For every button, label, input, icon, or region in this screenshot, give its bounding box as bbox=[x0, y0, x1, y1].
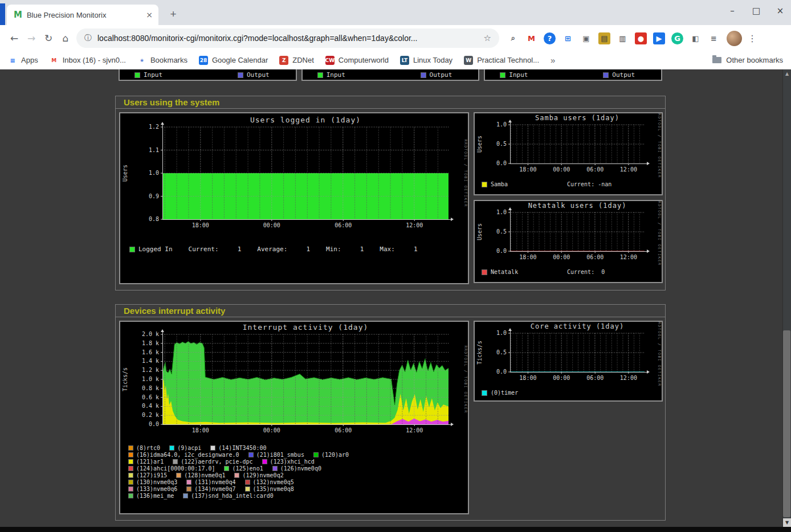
bookmark-item[interactable]: M Inbox (16) - sjvn0... bbox=[50, 56, 126, 65]
bookmark-item[interactable]: LT Linux Today bbox=[400, 56, 452, 65]
input-swatch bbox=[134, 72, 140, 78]
folder-icon bbox=[712, 57, 721, 63]
extension-icon[interactable]: ▶ bbox=[653, 32, 665, 44]
bookmarks-overflow-chevron[interactable]: » bbox=[551, 55, 555, 65]
back-icon[interactable]: ← bbox=[6, 30, 23, 47]
bookmarks-bar: ▦ Apps M Inbox (16) - sjvn0... ★ Bookmar… bbox=[0, 51, 791, 69]
bookmark-favicon: 28 bbox=[199, 56, 208, 65]
bookmark-item[interactable]: CW Computerworld bbox=[325, 56, 389, 65]
bookmark-favicon: M bbox=[50, 56, 59, 65]
bookmark-star-icon[interactable]: ☆ bbox=[484, 33, 491, 43]
page-scrollbar[interactable]: ▲ ▼ bbox=[782, 69, 791, 527]
svg-text:1.0: 1.0 bbox=[496, 209, 507, 215]
svg-text:RRDTOOL / TOBI OETIKER: RRDTOOL / TOBI OETIKER bbox=[463, 139, 468, 207]
svg-text:0.0: 0.0 bbox=[496, 160, 507, 166]
maximize-button[interactable]: □ bbox=[752, 6, 760, 16]
extension-icon[interactable]: ▥ bbox=[617, 32, 629, 44]
extension-icon[interactable]: ▣ bbox=[580, 32, 592, 44]
core-activity-graph[interactable]: 0.00.51.018:0000:0006:0012:00Core activi… bbox=[475, 322, 662, 400]
svg-text:Ticks/s: Ticks/s bbox=[122, 367, 128, 391]
input-swatch bbox=[500, 72, 505, 78]
extension-icon[interactable]: ◧ bbox=[690, 32, 702, 44]
svg-text:00:00: 00:00 bbox=[263, 427, 280, 433]
extension-icon[interactable]: ▤ bbox=[598, 32, 610, 44]
bookmark-item[interactable]: ★ Bookmarks bbox=[137, 56, 187, 65]
svg-text:1.0: 1.0 bbox=[149, 170, 159, 176]
bookmark-items: ▦ Apps M Inbox (16) - sjvn0... ★ Bookmar… bbox=[8, 56, 539, 65]
svg-text:1.1: 1.1 bbox=[149, 147, 159, 153]
svg-text:0.5: 0.5 bbox=[496, 228, 507, 235]
svg-text:2.0 k: 2.0 k bbox=[142, 331, 159, 337]
svg-text:18:00: 18:00 bbox=[192, 427, 209, 433]
profile-avatar[interactable] bbox=[727, 31, 742, 46]
bookmark-label: Apps bbox=[21, 56, 38, 64]
samba-users-graph[interactable]: 0.00.51.018:0000:0006:0012:00Samba users… bbox=[475, 113, 662, 194]
cutoff-graph-panel[interactable]: Input Output bbox=[484, 69, 662, 81]
interrupt-activity-graph[interactable]: 0.00.2 k0.4 k0.6 k0.8 k1.0 k1.2 k1.4 k1.… bbox=[120, 322, 468, 513]
reload-icon[interactable]: ↻ bbox=[40, 30, 57, 47]
netatalk-users-graph[interactable]: 0.00.51.018:0000:0006:0012:00Netatalk us… bbox=[475, 201, 662, 282]
bookmark-item[interactable]: 28 Google Calendar bbox=[199, 56, 268, 65]
scroll-down-arrow[interactable]: ▼ bbox=[783, 518, 791, 527]
input-label: Input bbox=[327, 71, 345, 79]
svg-text:1.4 k: 1.4 k bbox=[142, 358, 159, 364]
close-button[interactable]: × bbox=[776, 6, 784, 16]
extension-icon[interactable]: ⌕ bbox=[507, 32, 519, 44]
bookmark-favicon: ★ bbox=[137, 56, 146, 65]
browser-toolbar: ← → ↻ ⌂ ⓘ localhost:8080/monitorix-cgi/m… bbox=[0, 25, 791, 51]
bookmark-favicon: LT bbox=[400, 56, 409, 65]
tab-strip: M Blue Precision Monitorix × + – □ × bbox=[0, 0, 791, 25]
home-icon[interactable]: ⌂ bbox=[57, 30, 74, 47]
extension-icon[interactable]: ● bbox=[635, 32, 647, 44]
svg-text:06:00: 06:00 bbox=[586, 166, 604, 173]
bookmark-item[interactable]: ▦ Apps bbox=[8, 56, 38, 65]
svg-text:18:00: 18:00 bbox=[519, 166, 536, 173]
svg-text:0.8: 0.8 bbox=[149, 216, 159, 222]
input-swatch bbox=[317, 72, 323, 78]
section-users: Users using the system 0.80.91.01.11.218… bbox=[115, 96, 666, 290]
svg-text:0.0: 0.0 bbox=[496, 248, 507, 254]
extension-icon[interactable]: ? bbox=[544, 32, 556, 44]
url-text[interactable]: localhost:8080/monitorix-cgi/monitorix.c… bbox=[97, 34, 478, 43]
browser-menu-icon[interactable]: ⋮ bbox=[748, 33, 757, 44]
svg-text:06:00: 06:00 bbox=[586, 254, 604, 260]
cutoff-graph-panel[interactable]: Input Output bbox=[301, 69, 480, 81]
users-side-column: 0.00.51.018:0000:0006:0012:00Samba users… bbox=[474, 112, 663, 284]
bookmark-label: ZDNet bbox=[292, 56, 314, 64]
extension-icon[interactable]: G bbox=[671, 32, 683, 44]
minimize-button[interactable]: – bbox=[728, 6, 736, 16]
svg-text:1.6 k: 1.6 k bbox=[142, 349, 159, 355]
address-bar[interactable]: ⓘ localhost:8080/monitorix-cgi/monitorix… bbox=[76, 28, 499, 48]
bookmark-label: Bookmarks bbox=[150, 56, 187, 64]
svg-text:0.8 k: 0.8 k bbox=[142, 385, 159, 391]
extension-icon[interactable]: M bbox=[525, 32, 537, 44]
forward-icon[interactable]: → bbox=[23, 30, 40, 47]
netatalk-users-panel: 0.00.51.018:0000:0006:0012:00Netatalk us… bbox=[474, 200, 663, 283]
new-tab-button[interactable]: + bbox=[166, 7, 180, 21]
svg-text:1.0 k: 1.0 k bbox=[142, 376, 159, 382]
bookmark-item[interactable]: Z ZDNet bbox=[279, 56, 314, 65]
users-logged-in-graph[interactable]: 0.80.91.01.11.218:0000:0006:0012:00Users… bbox=[120, 113, 468, 283]
svg-text:0.9: 0.9 bbox=[149, 193, 159, 199]
bookmark-item[interactable]: W Practical Technol... bbox=[464, 56, 539, 65]
extension-icons: ⌕ M ? ⊞ ▣ ▤ ▥ ● ▶ G ◧ ≡ bbox=[507, 32, 720, 44]
page-info-icon[interactable]: ⓘ bbox=[84, 33, 92, 43]
tab-close-icon[interactable]: × bbox=[145, 10, 154, 19]
scrollbar-thumb[interactable] bbox=[783, 330, 790, 517]
svg-text:0.0: 0.0 bbox=[496, 369, 507, 375]
svg-text:18:00: 18:00 bbox=[519, 375, 536, 381]
browser-tab[interactable]: M Blue Precision Monitorix × bbox=[7, 5, 158, 25]
extension-icon[interactable]: ⊞ bbox=[562, 32, 574, 44]
cutoff-graph-panel[interactable]: Input Output bbox=[119, 69, 297, 81]
svg-text:06:00: 06:00 bbox=[335, 222, 352, 228]
extension-icon[interactable]: ≡ bbox=[708, 32, 720, 44]
scroll-up-arrow[interactable]: ▲ bbox=[783, 69, 791, 78]
other-bookmarks[interactable]: Other bookmarks bbox=[712, 56, 783, 64]
svg-text:Samba users (1day): Samba users (1day) bbox=[535, 114, 619, 122]
svg-text:RRDTOOL / TOBI OETIKER: RRDTOOL / TOBI OETIKER bbox=[657, 322, 662, 386]
section-title-interrupts: Devices interrupt activity bbox=[116, 305, 665, 317]
bookmark-favicon: Z bbox=[279, 56, 288, 65]
svg-text:RRDTOOL / TOBI OETIKER: RRDTOOL / TOBI OETIKER bbox=[463, 345, 468, 413]
svg-text:00:00: 00:00 bbox=[553, 375, 570, 381]
svg-text:Interrupt activity (1day): Interrupt activity (1day) bbox=[243, 323, 369, 332]
